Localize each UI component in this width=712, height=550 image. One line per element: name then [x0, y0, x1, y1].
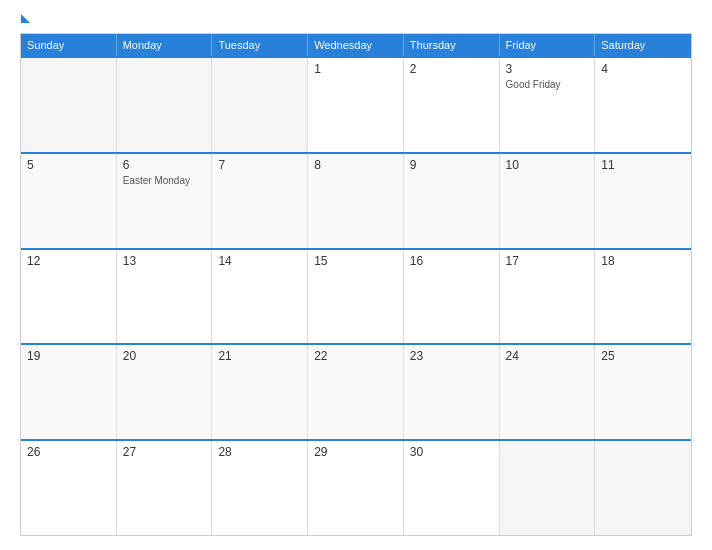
day-cell: 6Easter Monday	[117, 154, 213, 248]
day-cell: 28	[212, 441, 308, 535]
day-number: 18	[601, 254, 685, 268]
day-cell: 21	[212, 345, 308, 439]
day-cell: 16	[404, 250, 500, 344]
day-number: 4	[601, 62, 685, 76]
day-cell: 29	[308, 441, 404, 535]
day-number: 16	[410, 254, 493, 268]
week-row-3: 12131415161718	[21, 248, 691, 344]
day-cell: 3Good Friday	[500, 58, 596, 152]
day-cell: 2	[404, 58, 500, 152]
day-number: 3	[506, 62, 589, 76]
day-header-saturday: Saturday	[595, 34, 691, 56]
day-cell: 26	[21, 441, 117, 535]
day-cell: 10	[500, 154, 596, 248]
day-header-wednesday: Wednesday	[308, 34, 404, 56]
day-cell	[500, 441, 596, 535]
day-number: 27	[123, 445, 206, 459]
day-headers-row: SundayMondayTuesdayWednesdayThursdayFrid…	[21, 34, 691, 56]
day-header-monday: Monday	[117, 34, 213, 56]
day-number: 14	[218, 254, 301, 268]
day-number: 17	[506, 254, 589, 268]
day-cell: 4	[595, 58, 691, 152]
day-number: 30	[410, 445, 493, 459]
day-number: 6	[123, 158, 206, 172]
day-cell: 7	[212, 154, 308, 248]
day-number: 2	[410, 62, 493, 76]
day-cell: 19	[21, 345, 117, 439]
day-number: 19	[27, 349, 110, 363]
week-row-4: 19202122232425	[21, 343, 691, 439]
logo	[20, 18, 30, 23]
day-cell: 11	[595, 154, 691, 248]
day-header-thursday: Thursday	[404, 34, 500, 56]
day-cell: 18	[595, 250, 691, 344]
day-cell: 20	[117, 345, 213, 439]
day-number: 15	[314, 254, 397, 268]
day-number: 12	[27, 254, 110, 268]
day-number: 7	[218, 158, 301, 172]
day-cell	[21, 58, 117, 152]
day-number: 8	[314, 158, 397, 172]
day-number: 20	[123, 349, 206, 363]
day-header-sunday: Sunday	[21, 34, 117, 56]
week-row-2: 56Easter Monday7891011	[21, 152, 691, 248]
day-cell: 5	[21, 154, 117, 248]
day-cell	[595, 441, 691, 535]
day-number: 5	[27, 158, 110, 172]
day-number: 9	[410, 158, 493, 172]
day-number: 29	[314, 445, 397, 459]
day-cell: 17	[500, 250, 596, 344]
day-cell: 1	[308, 58, 404, 152]
day-number: 1	[314, 62, 397, 76]
day-cell: 9	[404, 154, 500, 248]
week-row-1: 123Good Friday4	[21, 56, 691, 152]
day-cell: 23	[404, 345, 500, 439]
day-cell: 12	[21, 250, 117, 344]
holiday-label: Easter Monday	[123, 175, 206, 186]
day-number: 24	[506, 349, 589, 363]
day-number: 26	[27, 445, 110, 459]
day-cell	[212, 58, 308, 152]
day-number: 13	[123, 254, 206, 268]
day-number: 23	[410, 349, 493, 363]
logo-triangle-icon	[21, 14, 30, 23]
holiday-label: Good Friday	[506, 79, 589, 90]
day-number: 22	[314, 349, 397, 363]
calendar-weeks: 123Good Friday456Easter Monday7891011121…	[21, 56, 691, 535]
day-cell: 13	[117, 250, 213, 344]
calendar-grid: SundayMondayTuesdayWednesdayThursdayFrid…	[20, 33, 692, 536]
day-cell: 25	[595, 345, 691, 439]
day-cell: 15	[308, 250, 404, 344]
day-cell: 30	[404, 441, 500, 535]
day-header-friday: Friday	[500, 34, 596, 56]
day-cell	[117, 58, 213, 152]
day-number: 28	[218, 445, 301, 459]
day-cell: 24	[500, 345, 596, 439]
day-cell: 14	[212, 250, 308, 344]
week-row-5: 2627282930	[21, 439, 691, 535]
day-header-tuesday: Tuesday	[212, 34, 308, 56]
day-cell: 27	[117, 441, 213, 535]
day-cell: 22	[308, 345, 404, 439]
calendar-page: SundayMondayTuesdayWednesdayThursdayFrid…	[0, 0, 712, 550]
day-number: 11	[601, 158, 685, 172]
page-header	[20, 18, 692, 23]
day-number: 10	[506, 158, 589, 172]
day-number: 25	[601, 349, 685, 363]
day-number: 21	[218, 349, 301, 363]
day-cell: 8	[308, 154, 404, 248]
